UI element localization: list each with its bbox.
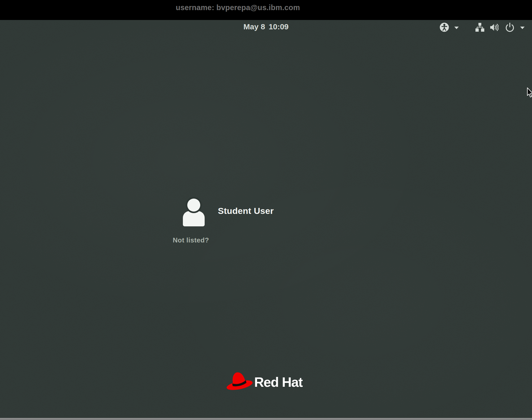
remote-viewer-header: username: bvperepa@us.ibm.com xyxy=(0,0,532,20)
chevron-down-icon xyxy=(454,26,459,30)
gdm-login-screen: username: bvperepa@us.ibm.com May 810:09 xyxy=(0,0,532,420)
clock-time: 10:09 xyxy=(269,22,289,31)
user-row-student[interactable]: Student User xyxy=(181,197,280,227)
accessibility-icon xyxy=(439,22,449,33)
network-wired-icon xyxy=(475,23,485,33)
user-name-label: Student User xyxy=(218,206,274,216)
user-avatar-icon xyxy=(183,198,205,226)
accessibility-menu-button[interactable] xyxy=(439,22,459,33)
power-icon xyxy=(505,22,515,33)
redhat-logo: Red Hat xyxy=(225,369,308,392)
redhat-fedora-icon xyxy=(225,369,253,392)
chevron-down-icon xyxy=(520,26,525,30)
remote-viewer-title: username: bvperepa@us.ibm.com xyxy=(176,3,300,12)
gnome-top-bar: May 810:09 xyxy=(0,20,532,35)
not-listed-button[interactable]: Not listed? xyxy=(173,236,209,244)
clock-date: May 8 xyxy=(243,22,265,31)
bottom-edge-strip xyxy=(0,418,532,420)
clock: May 810:09 xyxy=(243,22,288,31)
redhat-logo-text: Red Hat xyxy=(254,374,302,390)
system-status-menu-button[interactable] xyxy=(475,22,525,33)
mouse-cursor xyxy=(527,87,532,99)
volume-icon xyxy=(490,23,499,32)
